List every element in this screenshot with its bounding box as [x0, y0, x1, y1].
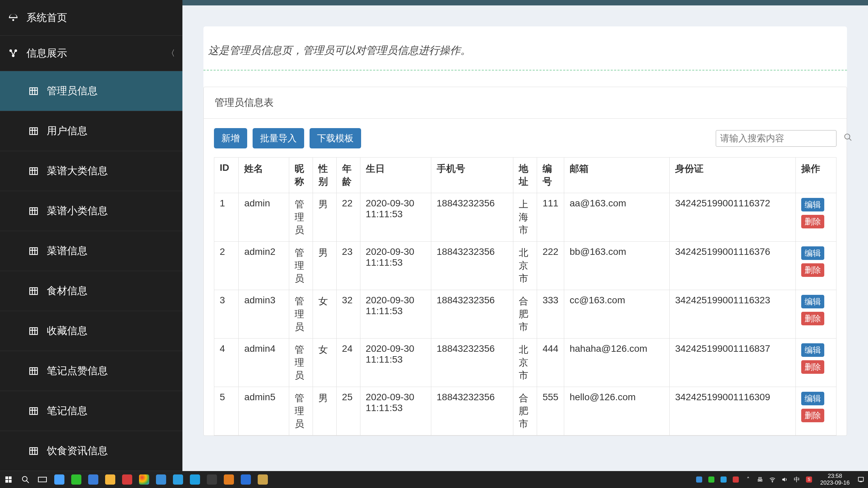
- sidebar-item-label: 菜谱大类信息: [47, 164, 175, 178]
- dashboard-icon: [7, 12, 19, 23]
- taskbar-app-1[interactable]: [51, 471, 68, 488]
- delete-button[interactable]: 删除: [801, 263, 824, 277]
- download-template-button[interactable]: 下载模板: [310, 128, 361, 148]
- edit-button[interactable]: 编辑: [801, 392, 824, 405]
- taskbar-app-4[interactable]: [102, 471, 119, 488]
- windows-taskbar: ˄ 🖶 中 S 23:58 2023-09-16: [0, 471, 868, 488]
- new-button[interactable]: 新增: [214, 128, 247, 148]
- table-icon: [28, 205, 39, 217]
- edit-button[interactable]: 编辑: [801, 198, 824, 211]
- taskbar-app-5[interactable]: [119, 471, 136, 488]
- cell: 1: [214, 193, 239, 242]
- cell: 18843232356: [431, 242, 513, 290]
- taskbar-search-button[interactable]: [17, 471, 34, 488]
- table-icon: [28, 125, 39, 137]
- svg-rect-27: [30, 328, 38, 334]
- cell: hello@126.com: [564, 387, 669, 435]
- tray-printer-icon[interactable]: 🖶: [756, 475, 765, 484]
- cell: 18843232356: [431, 290, 513, 339]
- taskbar-app-9[interactable]: [186, 471, 203, 488]
- table-icon: [28, 85, 39, 97]
- search-input[interactable]: [716, 130, 839, 146]
- cell: 管理员: [289, 387, 313, 435]
- cell: 女: [313, 290, 336, 339]
- panel-title: 管理员信息表: [204, 87, 847, 119]
- taskbar-app-2[interactable]: [68, 471, 85, 488]
- edit-button[interactable]: 编辑: [801, 246, 824, 260]
- taskbar-app-10[interactable]: [203, 471, 220, 488]
- sidebar-item-9[interactable]: 饮食资讯信息: [0, 431, 182, 471]
- col-header-0: ID: [214, 158, 239, 193]
- tray-icon-3[interactable]: [719, 475, 728, 484]
- sidebar-item-2[interactable]: 菜谱大类信息: [0, 151, 182, 191]
- table-icon: [28, 445, 39, 457]
- table-icon: [28, 365, 39, 377]
- cell: 3: [214, 290, 239, 339]
- svg-rect-53: [859, 477, 864, 481]
- delete-button[interactable]: 删除: [801, 215, 824, 228]
- cell: 2020-09-3011:11:53: [360, 290, 431, 339]
- table-icon: [28, 245, 39, 257]
- tray-chevron-up-icon[interactable]: ˄: [744, 475, 752, 484]
- sidebar-item-3[interactable]: 菜谱小类信息: [0, 191, 182, 231]
- svg-rect-23: [30, 288, 38, 294]
- taskbar-app-3[interactable]: [85, 471, 102, 488]
- cell: 管理员: [289, 242, 313, 290]
- svg-point-43: [845, 134, 850, 139]
- clock-date: 2023-09-16: [820, 480, 850, 486]
- cell: 管理员: [289, 193, 313, 242]
- tray-ime-brand[interactable]: S: [805, 475, 813, 484]
- edit-button[interactable]: 编辑: [801, 343, 824, 357]
- delete-button[interactable]: 删除: [801, 409, 824, 422]
- delete-button[interactable]: 删除: [801, 312, 824, 325]
- tray-ime-label[interactable]: 中: [792, 475, 801, 484]
- col-header-5: 生日: [360, 158, 431, 193]
- search-icon[interactable]: [839, 133, 857, 144]
- sidebar-item-8[interactable]: 笔记信息: [0, 391, 182, 431]
- cell: 合肥市: [513, 290, 537, 339]
- tray-wifi-icon[interactable]: [768, 475, 777, 484]
- sidebar-item-label: 食材信息: [47, 284, 175, 298]
- cell: 北京市: [513, 339, 537, 387]
- tray-volume-icon[interactable]: [780, 475, 789, 484]
- cell: 18843232356: [431, 193, 513, 242]
- taskbar-app-7[interactable]: [153, 471, 170, 488]
- edit-button[interactable]: 编辑: [801, 295, 824, 308]
- sidebar-info-parent[interactable]: 信息展示 〈: [0, 36, 182, 71]
- col-header-9: 邮箱: [564, 158, 669, 193]
- notifications-icon[interactable]: [856, 475, 865, 484]
- sidebar-item-1[interactable]: 用户信息: [0, 111, 182, 151]
- sidebar-info-parent-label: 信息展示: [26, 46, 159, 60]
- taskbar-clock[interactable]: 23:58 2023-09-16: [817, 473, 853, 486]
- cell-ops: 编辑删除: [796, 339, 836, 387]
- sidebar-item-5[interactable]: 食材信息: [0, 271, 182, 311]
- delete-button[interactable]: 删除: [801, 360, 824, 374]
- cell-ops: 编辑删除: [796, 387, 836, 435]
- col-header-10: 身份证: [670, 158, 796, 193]
- svg-rect-48: [9, 480, 12, 483]
- tray-icon-2[interactable]: [707, 475, 716, 484]
- cell: 管理员: [289, 339, 313, 387]
- svg-point-52: [772, 482, 773, 482]
- sidebar-item-6[interactable]: 收藏信息: [0, 311, 182, 351]
- sidebar-item-0[interactable]: 管理员信息: [0, 71, 182, 111]
- taskbar-app-12[interactable]: [237, 471, 254, 488]
- cell: 342425199001116309: [670, 387, 796, 435]
- cell: 333: [537, 290, 564, 339]
- taskbar-app-6[interactable]: [136, 471, 153, 488]
- tray-icon-4[interactable]: [731, 475, 740, 484]
- taskbar-app-8[interactable]: [170, 471, 186, 488]
- cell: 上海市: [513, 193, 537, 242]
- sidebar-item-7[interactable]: 笔记点赞信息: [0, 351, 182, 391]
- start-button[interactable]: [0, 471, 17, 488]
- topbar: [182, 0, 868, 5]
- taskbar-app-11[interactable]: [220, 471, 237, 488]
- tray-icon-1[interactable]: [695, 475, 704, 484]
- batch-import-button[interactable]: 批量导入: [253, 128, 304, 148]
- taskbar-app-13[interactable]: [254, 471, 271, 488]
- info-parent-icon: [7, 47, 19, 59]
- sidebar-item-4[interactable]: 菜谱信息: [0, 231, 182, 271]
- task-view-button[interactable]: [34, 471, 51, 488]
- sidebar-home[interactable]: 系统首页: [0, 0, 182, 36]
- cell: 23: [336, 242, 360, 290]
